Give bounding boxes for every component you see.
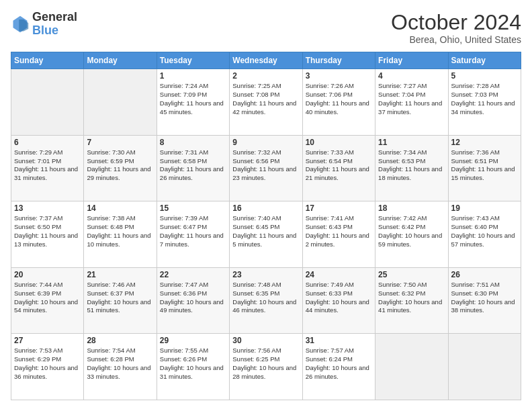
day-header-tuesday: Tuesday	[157, 52, 229, 69]
day-number: 15	[160, 203, 226, 213]
cell-info: Sunrise: 7:53 AM Sunset: 6:29 PM Dayligh…	[14, 347, 81, 381]
day-number: 30	[232, 336, 299, 345]
cell-info: Sunrise: 7:55 AM Sunset: 6:26 PM Dayligh…	[160, 347, 226, 381]
logo-icon	[11, 15, 30, 34]
day-header-saturday: Saturday	[448, 52, 521, 69]
cell-info: Sunrise: 7:44 AM Sunset: 6:39 PM Dayligh…	[14, 281, 81, 315]
header: General Blue October 2024 Berea, Ohio, U…	[11, 11, 521, 45]
page: General Blue October 2024 Berea, Ohio, U…	[0, 0, 532, 411]
cell-info: Sunrise: 7:43 AM Sunset: 6:40 PM Dayligh…	[451, 214, 518, 248]
day-number: 28	[87, 336, 153, 345]
calendar-cell: 12Sunrise: 7:36 AM Sunset: 6:51 PM Dayli…	[448, 135, 521, 201]
cell-info: Sunrise: 7:31 AM Sunset: 6:58 PM Dayligh…	[160, 148, 226, 183]
calendar-week-4: 20Sunrise: 7:44 AM Sunset: 6:39 PM Dayli…	[11, 267, 521, 334]
day-number: 13	[14, 203, 81, 213]
cell-info: Sunrise: 7:49 AM Sunset: 6:33 PM Dayligh…	[306, 281, 372, 315]
cell-info: Sunrise: 7:29 AM Sunset: 7:01 PM Dayligh…	[14, 148, 81, 183]
cell-info: Sunrise: 7:32 AM Sunset: 6:56 PM Dayligh…	[232, 148, 299, 183]
calendar-cell: 4Sunrise: 7:27 AM Sunset: 7:04 PM Daylig…	[375, 69, 448, 136]
day-number: 9	[232, 138, 299, 147]
cell-info: Sunrise: 7:37 AM Sunset: 6:50 PM Dayligh…	[14, 214, 81, 248]
day-number: 8	[160, 138, 226, 147]
day-number: 17	[306, 203, 372, 213]
day-number: 18	[378, 203, 445, 213]
logo-line2: Blue	[32, 24, 58, 37]
day-number: 21	[87, 270, 153, 279]
cell-info: Sunrise: 7:30 AM Sunset: 6:59 PM Dayligh…	[87, 148, 153, 183]
cell-info: Sunrise: 7:56 AM Sunset: 6:25 PM Dayligh…	[232, 347, 299, 381]
cell-info: Sunrise: 7:40 AM Sunset: 6:45 PM Dayligh…	[232, 214, 299, 248]
cell-info: Sunrise: 7:41 AM Sunset: 6:43 PM Dayligh…	[306, 214, 372, 248]
cell-info: Sunrise: 7:42 AM Sunset: 6:42 PM Dayligh…	[378, 214, 445, 248]
calendar-cell: 5Sunrise: 7:28 AM Sunset: 7:03 PM Daylig…	[448, 69, 521, 136]
calendar-cell: 29Sunrise: 7:55 AM Sunset: 6:26 PM Dayli…	[157, 334, 229, 400]
calendar-cell: 19Sunrise: 7:43 AM Sunset: 6:40 PM Dayli…	[448, 201, 521, 268]
calendar-cell	[11, 69, 84, 136]
calendar-table: SundayMondayTuesdayWednesdayThursdayFrid…	[11, 52, 521, 400]
cell-info: Sunrise: 7:48 AM Sunset: 6:35 PM Dayligh…	[232, 281, 299, 315]
logo: General Blue	[11, 11, 77, 38]
day-number: 14	[87, 203, 153, 213]
calendar-cell: 25Sunrise: 7:50 AM Sunset: 6:32 PM Dayli…	[375, 267, 448, 334]
cell-info: Sunrise: 7:33 AM Sunset: 6:54 PM Dayligh…	[306, 148, 372, 183]
cell-info: Sunrise: 7:39 AM Sunset: 6:47 PM Dayligh…	[160, 214, 226, 248]
calendar-cell: 17Sunrise: 7:41 AM Sunset: 6:43 PM Dayli…	[302, 201, 375, 268]
day-number: 16	[232, 203, 299, 213]
logo-text: General Blue	[32, 11, 77, 38]
calendar-week-5: 27Sunrise: 7:53 AM Sunset: 6:29 PM Dayli…	[11, 334, 521, 400]
cell-info: Sunrise: 7:54 AM Sunset: 6:28 PM Dayligh…	[87, 347, 153, 381]
day-number: 7	[87, 138, 153, 147]
calendar-cell: 16Sunrise: 7:40 AM Sunset: 6:45 PM Dayli…	[230, 201, 302, 268]
calendar-cell: 22Sunrise: 7:47 AM Sunset: 6:36 PM Dayli…	[157, 267, 229, 334]
calendar-cell: 27Sunrise: 7:53 AM Sunset: 6:29 PM Dayli…	[11, 334, 84, 400]
calendar-cell: 18Sunrise: 7:42 AM Sunset: 6:42 PM Dayli…	[375, 201, 448, 268]
month-title: October 2024	[391, 11, 521, 34]
cell-info: Sunrise: 7:47 AM Sunset: 6:36 PM Dayligh…	[160, 281, 226, 315]
day-number: 5	[451, 71, 518, 81]
calendar-cell: 6Sunrise: 7:29 AM Sunset: 7:01 PM Daylig…	[11, 135, 84, 201]
calendar-cell	[375, 334, 448, 400]
day-number: 31	[306, 336, 372, 345]
calendar-cell: 11Sunrise: 7:34 AM Sunset: 6:53 PM Dayli…	[375, 135, 448, 201]
logo-line1: General	[32, 11, 77, 24]
day-header-thursday: Thursday	[302, 52, 375, 69]
day-header-friday: Friday	[375, 52, 448, 69]
cell-info: Sunrise: 7:28 AM Sunset: 7:03 PM Dayligh…	[451, 82, 518, 116]
calendar-cell: 15Sunrise: 7:39 AM Sunset: 6:47 PM Dayli…	[157, 201, 229, 268]
day-number: 22	[160, 270, 226, 279]
cell-info: Sunrise: 7:50 AM Sunset: 6:32 PM Dayligh…	[378, 281, 445, 315]
calendar-cell: 14Sunrise: 7:38 AM Sunset: 6:48 PM Dayli…	[84, 201, 157, 268]
calendar-week-1: 1Sunrise: 7:24 AM Sunset: 7:09 PM Daylig…	[11, 69, 521, 136]
cell-info: Sunrise: 7:46 AM Sunset: 6:37 PM Dayligh…	[87, 281, 153, 315]
calendar-week-3: 13Sunrise: 7:37 AM Sunset: 6:50 PM Dayli…	[11, 201, 521, 268]
day-number: 12	[451, 138, 518, 147]
calendar-cell: 3Sunrise: 7:26 AM Sunset: 7:06 PM Daylig…	[302, 69, 375, 136]
calendar-cell: 1Sunrise: 7:24 AM Sunset: 7:09 PM Daylig…	[157, 69, 229, 136]
calendar-cell: 23Sunrise: 7:48 AM Sunset: 6:35 PM Dayli…	[230, 267, 302, 334]
cell-info: Sunrise: 7:51 AM Sunset: 6:30 PM Dayligh…	[451, 281, 518, 315]
day-number: 3	[306, 71, 372, 81]
calendar-cell: 28Sunrise: 7:54 AM Sunset: 6:28 PM Dayli…	[84, 334, 157, 400]
cell-info: Sunrise: 7:27 AM Sunset: 7:04 PM Dayligh…	[378, 82, 445, 116]
day-header-monday: Monday	[84, 52, 157, 69]
day-number: 27	[14, 336, 81, 345]
calendar-cell: 20Sunrise: 7:44 AM Sunset: 6:39 PM Dayli…	[11, 267, 84, 334]
day-number: 23	[232, 270, 299, 279]
calendar-cell: 2Sunrise: 7:25 AM Sunset: 7:08 PM Daylig…	[230, 69, 302, 136]
calendar-cell: 10Sunrise: 7:33 AM Sunset: 6:54 PM Dayli…	[302, 135, 375, 201]
cell-info: Sunrise: 7:24 AM Sunset: 7:09 PM Dayligh…	[160, 82, 226, 116]
cell-info: Sunrise: 7:38 AM Sunset: 6:48 PM Dayligh…	[87, 214, 153, 248]
calendar-cell: 31Sunrise: 7:57 AM Sunset: 6:24 PM Dayli…	[302, 334, 375, 400]
cell-info: Sunrise: 7:36 AM Sunset: 6:51 PM Dayligh…	[451, 148, 518, 183]
day-number: 24	[306, 270, 372, 279]
cell-info: Sunrise: 7:25 AM Sunset: 7:08 PM Dayligh…	[232, 82, 299, 116]
calendar-cell: 30Sunrise: 7:56 AM Sunset: 6:25 PM Dayli…	[230, 334, 302, 400]
calendar-cell	[84, 69, 157, 136]
day-number: 11	[378, 138, 445, 147]
day-number: 26	[451, 270, 518, 279]
day-number: 19	[451, 203, 518, 213]
cell-info: Sunrise: 7:34 AM Sunset: 6:53 PM Dayligh…	[378, 148, 445, 183]
day-number: 20	[14, 270, 81, 279]
calendar-cell	[448, 334, 521, 400]
day-number: 25	[378, 270, 445, 279]
